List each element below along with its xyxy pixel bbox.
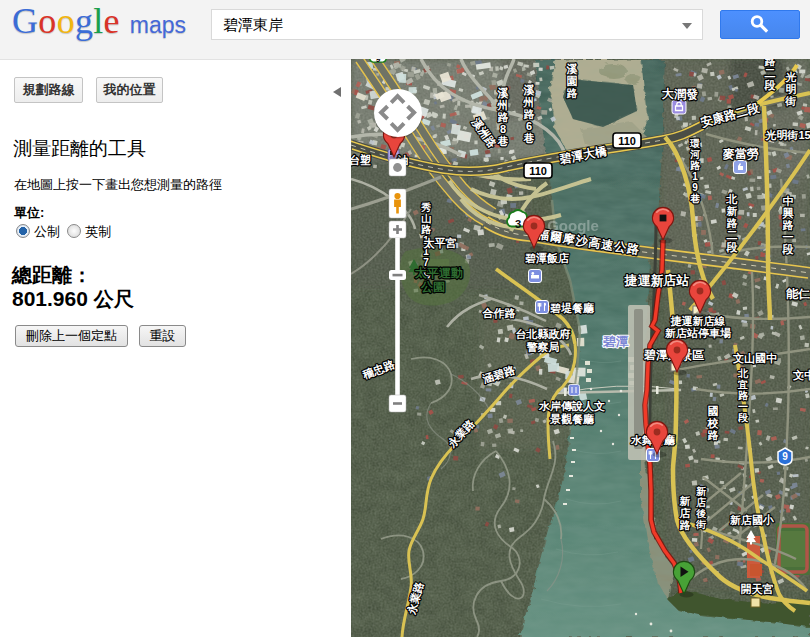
svg-text:光: 光 — [785, 71, 797, 83]
svg-text:段: 段 — [737, 412, 749, 423]
svg-text:捷運新店站: 捷運新店站 — [624, 273, 690, 288]
svg-text:110: 110 — [529, 165, 547, 177]
svg-text:光明街15: 光明街15 — [764, 129, 810, 141]
svg-text:台北縣政府: 台北縣政府 — [516, 328, 571, 340]
svg-text:碧堤餐廳: 碧堤餐廳 — [550, 302, 595, 314]
svg-text:新: 新 — [695, 486, 707, 497]
svg-text:街: 街 — [785, 95, 797, 107]
svg-text:太平宮: 太平宮 — [423, 237, 457, 249]
svg-text:9: 9 — [376, 59, 381, 64]
svg-text:路: 路 — [566, 87, 578, 99]
svg-text:水岸傳說人文: 水岸傳說人文 — [538, 400, 605, 413]
svg-text:溪: 溪 — [523, 84, 536, 96]
svg-text:段: 段 — [782, 243, 795, 255]
svg-text:中: 中 — [783, 195, 794, 207]
svg-text:店: 店 — [695, 497, 706, 508]
svg-text:山: 山 — [421, 213, 431, 224]
svg-text:校: 校 — [707, 417, 720, 429]
svg-text:碧潭飯店: 碧潭飯店 — [525, 252, 570, 264]
svg-text:3: 3 — [515, 218, 521, 230]
svg-text:9: 9 — [782, 451, 788, 462]
svg-text:路: 路 — [707, 429, 719, 441]
svg-text:二: 二 — [765, 67, 776, 79]
svg-text:路: 路 — [782, 219, 794, 231]
svg-text:能仁: 能仁 — [786, 287, 810, 301]
svg-text:段: 段 — [726, 241, 739, 253]
svg-text:路: 路 — [679, 519, 691, 531]
svg-text:新店站停車場: 新店站停車場 — [664, 327, 732, 339]
svg-text:國: 國 — [708, 405, 719, 417]
svg-text:二: 二 — [727, 229, 738, 241]
svg-text:開天宮: 開天宮 — [741, 583, 774, 595]
svg-text:街: 街 — [695, 519, 707, 530]
svg-text:路: 路 — [726, 217, 738, 229]
svg-text:北: 北 — [726, 193, 738, 205]
svg-text:河: 河 — [690, 149, 701, 160]
svg-text:路: 路 — [690, 160, 701, 171]
svg-text:台塑: 台塑 — [351, 153, 371, 166]
svg-text:捷運新店線: 捷運新店線 — [670, 315, 726, 327]
svg-text:一: 一 — [738, 401, 748, 412]
svg-text:文中: 文中 — [792, 369, 810, 381]
svg-text:公園: 公園 — [420, 280, 445, 294]
svg-text:宜: 宜 — [737, 379, 748, 390]
svg-text:碧潭: 碧潭 — [602, 334, 629, 349]
svg-text:溪: 溪 — [566, 63, 579, 75]
svg-text:警察局: 警察局 — [527, 341, 560, 353]
svg-text:後: 後 — [695, 508, 707, 519]
svg-text:路: 路 — [421, 224, 432, 235]
svg-text:新: 新 — [726, 205, 738, 217]
svg-text:大潤發: 大潤發 — [662, 87, 698, 101]
svg-text:店: 店 — [679, 507, 692, 519]
svg-text:溪: 溪 — [497, 87, 510, 99]
svg-text:路: 路 — [497, 111, 509, 123]
svg-text:麥當勞: 麥當勞 — [722, 147, 759, 161]
svg-text:新: 新 — [679, 495, 691, 507]
svg-text:段: 段 — [764, 79, 777, 91]
svg-text:園: 園 — [567, 75, 578, 87]
svg-text:秀: 秀 — [421, 202, 432, 213]
svg-text:州: 州 — [523, 96, 535, 108]
svg-text:州: 州 — [497, 99, 509, 111]
svg-text:一: 一 — [783, 231, 794, 243]
svg-text:巷: 巷 — [690, 193, 701, 204]
svg-text:巷: 巷 — [523, 132, 535, 144]
svg-text:文山國中: 文山國中 — [732, 352, 777, 364]
svg-text:1: 1 — [692, 171, 698, 182]
svg-text:6: 6 — [526, 120, 532, 132]
svg-text:新店國小: 新店國小 — [729, 514, 775, 526]
svg-text:景觀餐廳: 景觀餐廳 — [549, 413, 595, 425]
svg-text:明: 明 — [786, 83, 797, 95]
svg-text:路: 路 — [523, 108, 535, 120]
svg-text:環: 環 — [689, 138, 700, 149]
svg-text:合作路: 合作路 — [482, 307, 516, 319]
svg-text:8: 8 — [500, 123, 506, 135]
svg-text:路: 路 — [738, 390, 749, 401]
svg-text:9: 9 — [692, 182, 698, 193]
svg-text:110: 110 — [618, 135, 636, 147]
svg-text:北: 北 — [737, 368, 749, 379]
svg-text:路: 路 — [764, 59, 776, 67]
svg-text:太平運動: 太平運動 — [414, 266, 463, 280]
